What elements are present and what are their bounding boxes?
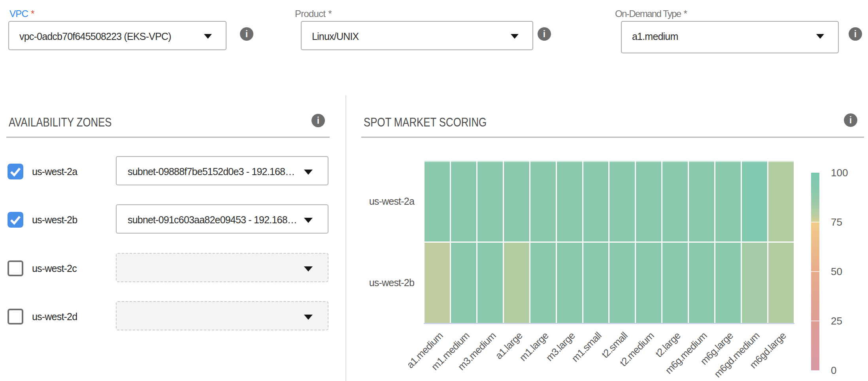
spot-market-heatmap [425,161,794,323]
vpc-required-asterisk: * [31,8,34,19]
checkbox-unchecked[interactable] [8,309,23,324]
heatmap-cell[interactable] [425,243,450,323]
info-icon-glyph: i [849,115,852,125]
heatmap-cell[interactable] [557,161,582,241]
vpc-label-text: VPC [9,8,28,19]
colorbar-tick-label: 50 [831,266,842,277]
product-label: Product* [295,8,332,19]
colorbar-tick-label: 0 [831,364,836,376]
checkbox-checked[interactable] [8,164,23,179]
heatmap-cell[interactable] [768,243,794,323]
availability-zones-title: AVAILABILITY ZONES [9,115,112,130]
heatmap-cell[interactable] [662,161,688,241]
product-required-asterisk: * [328,8,332,19]
info-icon-glyph: i [317,115,319,126]
chevron-down-icon [304,266,313,272]
colorbar-tick-label: 25 [831,315,842,327]
checkmark-icon [8,164,23,179]
heatmap-cell[interactable] [451,243,476,323]
chevron-down-icon [204,34,212,39]
availability-zone-row: us-west-2bsubnet-091c603aa82e09453 - 192… [0,204,348,234]
colorbar-separator [811,321,819,321]
heatmap-cell[interactable] [477,243,503,323]
spot-market-scoring-divider [361,137,864,138]
availability-zone-row: us-west-2asubnet-09888f7be5152d0e3 - 192… [0,156,348,185]
info-icon[interactable]: i [240,27,253,41]
heatmap-cell[interactable] [425,161,450,241]
on-demand-type-select-value: a1.medium [632,22,678,51]
product-select[interactable]: Linux/UNIX [301,21,533,50]
on-demand-type-required-asterisk: * [684,8,687,19]
panel-divider [345,95,346,381]
heatmap-cell[interactable] [742,161,767,241]
heatmap-cell[interactable] [715,161,741,241]
colorbar-tick-label: 100 [831,167,848,179]
product-select-value: Linux/UNIX [312,22,359,51]
availability-zone-row: us-west-2c [0,253,348,282]
subnet-select[interactable]: subnet-09888f7be5152d0e3 - 192.168… [116,156,328,185]
chevron-down-icon [816,34,824,39]
checkmark-icon [8,212,23,228]
chevron-down-icon [304,315,313,320]
product-label-text: Product [295,8,325,19]
chevron-down-icon [304,218,313,223]
spot-market-scoring-title: SPOT MARKET SCORING [364,115,487,130]
heatmap-cell[interactable] [636,161,661,241]
info-icon-glyph: i [543,29,545,39]
chevron-down-icon [304,170,313,175]
colorbar-separator [811,271,819,272]
subnet-select[interactable] [116,301,328,330]
info-icon[interactable]: i [311,114,325,127]
vpc-select-value: vpc-0adcb70f645508223 (EKS-VPC) [19,22,171,51]
heatmap-cell[interactable] [636,243,661,323]
availability-zone-label: us-west-2d [32,301,77,332]
heatmap-cell[interactable] [530,243,556,323]
heatmap-cell[interactable] [609,161,635,241]
on-demand-type-select[interactable]: a1.medium [621,21,839,53]
heatmap-cell[interactable] [451,161,476,241]
heatmap-top-line [425,161,794,162]
info-icon-glyph: i [854,29,857,39]
info-icon-glyph: i [245,29,248,39]
heatmap-cell[interactable] [530,161,556,241]
heatmap-cell[interactable] [715,243,741,323]
heatmap-cell[interactable] [504,161,529,241]
heatmap-cell[interactable] [662,243,688,323]
vpc-select[interactable]: vpc-0adcb70f645508223 (EKS-VPC) [8,21,226,50]
heatmap-row-label: us-west-2b [327,277,414,289]
availability-zones-divider [6,137,330,138]
heatmap-row-label: us-west-2a [327,196,414,207]
subnet-select-value: subnet-091c603aa82e09453 - 192.168… [128,205,297,234]
info-icon[interactable]: i [849,27,862,41]
subnet-select[interactable]: subnet-091c603aa82e09453 - 192.168… [116,204,328,234]
heatmap-axis-line [424,323,794,324]
info-icon[interactable]: i [844,113,857,127]
on-demand-type-label: On-Demand Type* [615,8,687,19]
checkbox-checked[interactable] [8,212,23,228]
info-icon[interactable]: i [538,27,551,41]
on-demand-type-label-text: On-Demand Type [615,8,681,19]
heatmap-cell[interactable] [689,243,714,323]
vpc-label: VPC* [9,8,34,19]
chevron-down-icon [511,34,519,39]
checkbox-unchecked[interactable] [8,260,23,276]
heatmap-cell[interactable] [742,243,767,323]
subnet-select-value: subnet-09888f7be5152d0e3 - 192.168… [128,157,294,186]
availability-zone-row: us-west-2d [0,301,348,330]
availability-zone-label: us-west-2b [32,204,77,235]
availability-zone-label: us-west-2a [32,156,77,187]
heatmap-cell[interactable] [768,161,794,241]
colorbar-tick-label: 75 [831,216,842,228]
subnet-select[interactable] [116,253,328,282]
heatmap-cell[interactable] [583,161,609,241]
heatmap-cell[interactable] [609,243,635,323]
heatmap-cell[interactable] [504,243,529,323]
heatmap-cell[interactable] [477,161,503,241]
heatmap-cell[interactable] [689,161,714,241]
heatmap-cell[interactable] [557,243,582,323]
colorbar-separator [811,222,819,223]
availability-zone-label: us-west-2c [32,253,77,284]
heatmap-cell[interactable] [583,243,609,323]
